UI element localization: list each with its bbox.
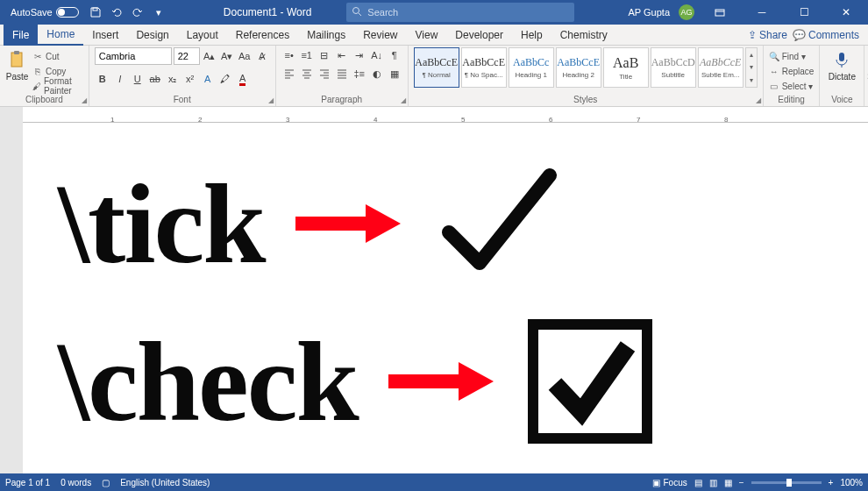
line-spacing-button[interactable]: ‡≡ [352, 66, 367, 82]
tab-mailings[interactable]: Mailings [298, 25, 354, 46]
underline-button[interactable]: U [130, 71, 146, 87]
word-count[interactable]: 0 words [60, 478, 91, 487]
minimize-button[interactable]: ─ [745, 0, 779, 25]
svg-rect-8 [533, 324, 647, 438]
italic-button[interactable]: I [112, 71, 128, 87]
chevron-up-icon: ▴ [750, 51, 753, 59]
focus-icon: ▣ [652, 478, 660, 487]
comments-button[interactable]: 💬Comments [793, 29, 859, 41]
read-mode-icon[interactable]: ▥ [709, 478, 717, 487]
search-box[interactable]: Search [346, 3, 574, 22]
select-button[interactable]: ▭Select ▾ [769, 80, 815, 93]
ribbon-display-icon[interactable] [703, 0, 736, 25]
tab-design[interactable]: Design [127, 25, 177, 46]
tab-insert[interactable]: Insert [83, 25, 127, 46]
align-right-button[interactable] [317, 66, 332, 82]
format-painter-button[interactable]: 🖌Format Painter [32, 80, 83, 93]
style-title[interactable]: AaBTitle [603, 47, 649, 88]
font-color-button[interactable]: A [235, 71, 251, 87]
tab-home[interactable]: Home [38, 25, 83, 46]
tab-view[interactable]: View [407, 25, 447, 46]
zoom-in-button[interactable]: + [829, 478, 834, 487]
align-center-button[interactable] [299, 66, 315, 82]
format-painter-icon: 🖌 [32, 81, 41, 91]
user-name[interactable]: AP Gupta [629, 7, 671, 18]
zoom-value[interactable]: 100% [840, 478, 863, 487]
paste-button[interactable]: Paste [5, 47, 29, 95]
grow-font-button[interactable]: A▴ [202, 48, 217, 64]
font-name-combo[interactable]: Cambria [95, 47, 172, 65]
zoom-out-button[interactable]: − [739, 478, 744, 487]
checkmark-icon [431, 158, 563, 289]
focus-mode-button[interactable]: ▣Focus [652, 478, 687, 487]
strike-button[interactable]: ab [147, 71, 163, 87]
document-area[interactable]: \tick \check [23, 123, 868, 473]
sort-button[interactable]: A↓ [369, 47, 385, 63]
zoom-slider[interactable] [751, 481, 822, 484]
numbering-button[interactable]: ≡1 [299, 47, 315, 63]
paragraph-launcher-icon[interactable]: ◢ [401, 96, 406, 104]
tab-help[interactable]: Help [512, 25, 551, 46]
style-heading-1[interactable]: AaBbCcHeading 1 [509, 47, 554, 88]
ribbon-tabs: File Home Insert Design Layout Reference… [0, 25, 868, 46]
style-subtitle[interactable]: AaBbCcDSubtitle [651, 47, 696, 88]
font-size-combo[interactable]: 22 [174, 47, 200, 65]
style-no-spacing[interactable]: AaBbCcE¶ No Spac... [461, 47, 507, 88]
superscript-button[interactable]: x² [182, 71, 198, 87]
save-icon[interactable] [89, 6, 102, 18]
share-button[interactable]: ⇪Share [748, 29, 787, 41]
check-command-text: \check [58, 324, 358, 438]
qat-dropdown-icon[interactable]: ▾ [153, 6, 165, 18]
tab-review[interactable]: Review [354, 25, 406, 46]
subscript-button[interactable]: x₂ [165, 71, 181, 87]
language-indicator[interactable]: English (United States) [120, 478, 210, 487]
bullets-button[interactable]: ≡• [281, 47, 297, 63]
increase-indent-button[interactable]: ⇥ [352, 47, 367, 63]
clear-format-button[interactable]: A̷ [254, 48, 270, 64]
find-button[interactable]: 🔍Find ▾ [769, 50, 815, 63]
tab-developer[interactable]: Developer [446, 25, 512, 46]
tab-references[interactable]: References [227, 25, 298, 46]
align-left-button[interactable] [281, 66, 297, 82]
maximize-button[interactable]: ☐ [787, 0, 821, 25]
document-title: Document1 - Word [224, 6, 311, 18]
change-case-button[interactable]: Aa [237, 48, 253, 64]
page-indicator[interactable]: Page 1 of 1 [5, 478, 50, 487]
dictate-button[interactable]: Dictate [825, 47, 858, 95]
horizontal-ruler[interactable]: 1 2 3 4 5 6 7 8 [23, 107, 868, 123]
close-button[interactable]: ✕ [829, 0, 863, 25]
eraser-icon: A̷ [259, 51, 266, 62]
style-subtle-emphasis[interactable]: AaBbCcESubtle Em... [698, 47, 743, 88]
print-layout-icon[interactable]: ▤ [694, 478, 702, 487]
styles-launcher-icon[interactable]: ◢ [756, 96, 761, 104]
multilevel-button[interactable]: ⊟ [317, 47, 332, 63]
font-launcher-icon[interactable]: ◢ [268, 96, 274, 104]
tab-chemistry[interactable]: Chemistry [551, 25, 616, 46]
chevron-down-icon: ▾ [750, 76, 753, 84]
clipboard-launcher-icon[interactable]: ◢ [82, 96, 87, 104]
undo-icon[interactable] [110, 6, 123, 18]
avatar[interactable]: AG [679, 4, 694, 20]
highlight-button[interactable]: 🖍 [217, 71, 233, 87]
show-marks-button[interactable]: ¶ [387, 47, 402, 63]
search-icon [352, 6, 362, 18]
justify-button[interactable] [334, 66, 350, 82]
style-normal[interactable]: AaBbCcE¶ Normal [414, 47, 459, 88]
tab-layout[interactable]: Layout [178, 25, 227, 46]
decrease-indent-button[interactable]: ⇤ [334, 47, 350, 63]
borders-button[interactable]: ▦ [387, 66, 402, 82]
cut-button[interactable]: ✂Cut [32, 50, 83, 63]
replace-button[interactable]: ↔Replace [769, 65, 815, 78]
autosave-toggle[interactable]: AutoSave [5, 7, 84, 18]
style-heading-2[interactable]: AaBbCcEHeading 2 [556, 47, 601, 88]
text-effects-button[interactable]: A [200, 71, 216, 87]
shading-button[interactable]: ◐ [369, 66, 385, 82]
spellcheck-icon[interactable]: ▢ [102, 478, 110, 487]
web-layout-icon[interactable]: ▦ [724, 478, 732, 487]
bold-button[interactable]: B [95, 71, 110, 87]
shrink-font-button[interactable]: A▾ [219, 48, 235, 64]
numbering-icon: ≡1 [301, 50, 312, 60]
redo-icon[interactable] [132, 6, 144, 18]
styles-more-button[interactable]: ▴▾▾ [745, 47, 758, 88]
tab-file[interactable]: File [4, 25, 38, 46]
